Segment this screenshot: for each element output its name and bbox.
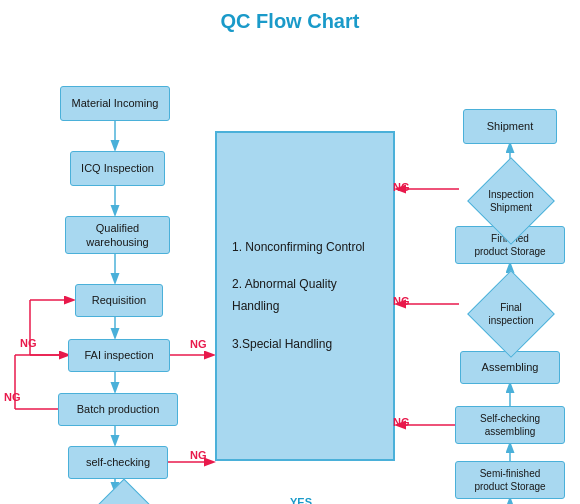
ng-label-batch: NG	[4, 391, 21, 403]
chart-area: Material Incoming ICQ Inspection Qualifi…	[0, 41, 580, 504]
qualified-warehousing-box: Qualifiedwarehousing	[65, 216, 170, 254]
ng-label-final-inspection: NG	[393, 295, 410, 307]
polling-inspection-diamond: Pollinginspection	[88, 492, 160, 504]
yes-label: YES	[290, 496, 312, 504]
ng-label-fai-center: NG	[190, 338, 207, 350]
requisition-box: Requisition	[75, 284, 163, 317]
shipment-box: Shipment	[463, 109, 557, 144]
ng-label-fai: NG	[20, 337, 37, 349]
self-checking-assembling-box: Self-checkingassembling	[455, 406, 565, 444]
material-incoming-box: Material Incoming	[60, 86, 170, 121]
fai-inspection-box: FAI inspection	[68, 339, 170, 372]
ng-label-inspection-shipment: NG	[393, 181, 410, 193]
batch-production-box: Batch production	[58, 393, 178, 426]
inspection-shipment-diamond: InspectionShipment	[473, 163, 549, 239]
final-inspection-diamond: Finalinspection	[473, 276, 549, 352]
semi-finished-storage-box: Semi-finishedproduct Storage	[455, 461, 565, 499]
icq-inspection-box: ICQ Inspection	[70, 151, 165, 186]
ng-label-selfcheck-center: NG	[190, 449, 207, 461]
self-checking-box: self-checking	[68, 446, 168, 479]
center-control-box: 1. Nonconfirming Control 2. Abnormal Qua…	[215, 131, 395, 461]
ng-label-selfcheck-assembling: NG	[393, 416, 410, 428]
page-title: QC Flow Chart	[0, 0, 580, 33]
